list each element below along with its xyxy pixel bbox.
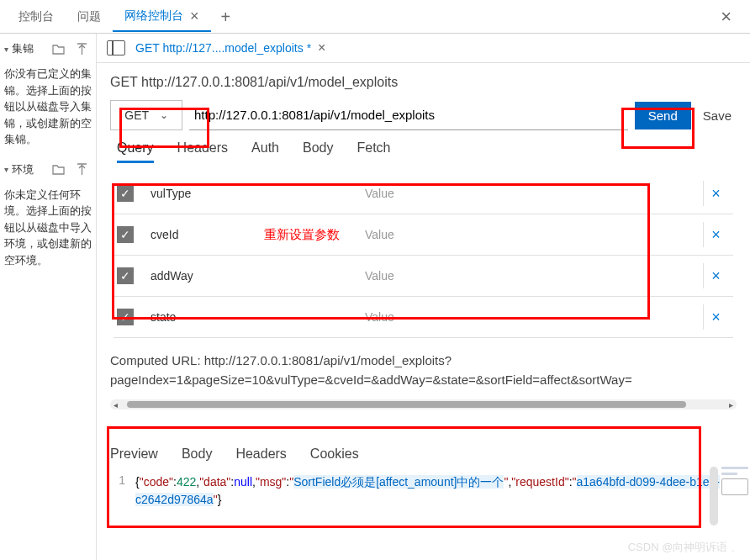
request-area: GET http://127.0.0.1:8081/api/v1/model_e… xyxy=(97,63,750,345)
section-title: 集锦 xyxy=(12,41,45,56)
scroll-left-icon[interactable]: ◂ xyxy=(114,400,118,409)
annotation-text: 重新设置参数 xyxy=(264,227,357,243)
watermark: CSDN @向神明诉语 、 xyxy=(628,540,742,555)
param-value-input[interactable]: Value xyxy=(365,310,695,324)
section-title: 环境 xyxy=(12,162,45,177)
minimap[interactable] xyxy=(721,467,748,509)
scroll-thumb[interactable] xyxy=(127,401,686,408)
table-row: ✓ vulType Value × xyxy=(114,173,733,214)
delete-icon[interactable]: × xyxy=(703,263,728,288)
request-tab[interactable]: GET http://127....model_exploits * × xyxy=(135,40,325,55)
response-json[interactable]: {"code":422,"data":null,"msg":"SortField… xyxy=(135,473,737,509)
request-title: GET http://127.0.0.1:8081/api/v1/model_e… xyxy=(110,75,737,90)
delete-icon[interactable]: × xyxy=(703,181,728,206)
chevron-down-icon: ▾ xyxy=(4,45,8,54)
jijin-description: 你没有已定义的集锦。选择上面的按钮以从磁盘导入集锦，或创建新的空集锦。 xyxy=(4,66,92,148)
request-sub-tabs: Query Headers Auth Body Fetch xyxy=(110,140,737,163)
query-params-table: ✓ vulType Value × ✓ cveId 重新设置参数 Value ×… xyxy=(110,173,737,338)
tab-issues[interactable]: 问题 xyxy=(66,3,113,31)
request-tab-label: GET http://127....model_exploits * xyxy=(135,41,311,55)
tab-preview[interactable]: Preview xyxy=(110,446,158,462)
checkbox-icon[interactable]: ✓ xyxy=(117,226,134,243)
sidebar-section-jijin[interactable]: ▾ 集锦 xyxy=(4,39,92,59)
tab-cookies[interactable]: Cookies xyxy=(310,446,359,462)
param-key[interactable]: addWay xyxy=(142,269,256,283)
toggle-sidebar-icon[interactable] xyxy=(107,40,125,55)
delete-icon[interactable]: × xyxy=(703,222,728,247)
checkbox-icon[interactable]: ✓ xyxy=(117,185,134,202)
send-button[interactable]: Send xyxy=(635,102,691,129)
chevron-down-icon: ▾ xyxy=(4,165,8,174)
sidebar-section-huanjing[interactable]: ▾ 环境 xyxy=(4,160,92,180)
computed-url-label: Computed URL: xyxy=(110,353,204,367)
horizontal-scrollbar[interactable]: ◂ ▸ xyxy=(110,399,737,409)
close-panel-icon[interactable]: × xyxy=(709,6,743,28)
close-icon[interactable]: × xyxy=(318,40,325,55)
response-body: 1 {"code":422,"data":null,"msg":"SortFie… xyxy=(97,470,750,512)
upload-icon[interactable] xyxy=(71,39,92,59)
computed-url: Computed URL: http://127.0.0.1:8081/api/… xyxy=(97,345,750,396)
param-value-input[interactable]: Value xyxy=(365,187,695,200)
tab-query[interactable]: Query xyxy=(117,140,154,163)
table-row: ✓ addWay Value × xyxy=(114,256,733,297)
tab-resp-body[interactable]: Body xyxy=(182,446,212,462)
save-button[interactable]: Save xyxy=(698,102,737,129)
delete-icon[interactable]: × xyxy=(703,304,728,330)
param-key[interactable]: state xyxy=(142,310,256,324)
chevron-down-icon: ⌄ xyxy=(160,109,168,121)
inner-tab-bar: GET http://127....model_exploits * × xyxy=(97,34,750,63)
tab-label: 网络控制台 xyxy=(124,8,183,24)
checkbox-icon[interactable]: ✓ xyxy=(117,267,134,284)
tab-resp-headers[interactable]: Headers xyxy=(235,446,286,462)
add-tab-button[interactable]: + xyxy=(211,2,241,32)
param-key[interactable]: cveId xyxy=(142,228,256,241)
tab-console[interactable]: 控制台 xyxy=(7,3,66,31)
vertical-scrollbar[interactable] xyxy=(710,467,718,526)
param-key[interactable]: vulType xyxy=(142,187,256,200)
tab-fetch[interactable]: Fetch xyxy=(357,140,390,163)
method-value: GET xyxy=(124,108,149,122)
method-select[interactable]: GET ⌄ xyxy=(110,100,182,130)
tab-body[interactable]: Body xyxy=(303,140,333,163)
response-tabs: Preview Body Headers Cookies xyxy=(97,420,750,470)
sidebar: ▾ 集锦 你没有已定义的集锦。选择上面的按钮以从磁盘导入集锦，或创建新的空集锦。… xyxy=(0,34,97,560)
folder-icon[interactable] xyxy=(48,39,68,59)
content-pane: GET http://127....model_exploits * × GET… xyxy=(97,34,750,560)
tab-headers[interactable]: Headers xyxy=(177,140,228,163)
table-row: ✓ cveId 重新设置参数 Value × xyxy=(114,214,733,256)
close-icon[interactable]: × xyxy=(190,8,199,24)
scroll-right-icon[interactable]: ▸ xyxy=(729,400,733,409)
tab-network-console[interactable]: 网络控制台 × xyxy=(113,2,211,32)
param-value-input[interactable]: Value xyxy=(365,228,695,241)
checkbox-icon[interactable]: ✓ xyxy=(117,309,134,325)
line-number: 1 xyxy=(110,473,135,509)
table-row: ✓ state Value × xyxy=(114,297,733,338)
top-tab-bar: 控制台 问题 网络控制台 × + × xyxy=(0,0,750,34)
param-value-input[interactable]: Value xyxy=(365,269,695,283)
folder-icon[interactable] xyxy=(48,160,68,180)
url-input[interactable] xyxy=(189,100,628,130)
upload-icon[interactable] xyxy=(71,160,92,180)
huanjing-description: 你未定义任何环境。选择上面的按钮以从磁盘中导入环境，或创建新的空环境。 xyxy=(4,187,92,269)
tab-auth[interactable]: Auth xyxy=(251,140,279,163)
